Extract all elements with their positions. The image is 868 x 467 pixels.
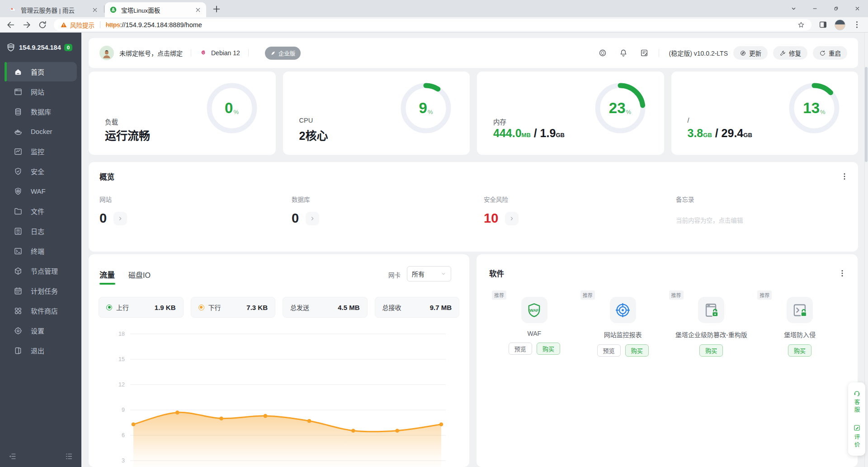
restart-button[interactable]: 重启 [813, 46, 847, 60]
stat-card: / 3.8GB / 29.4GB 13% [671, 71, 859, 155]
new-tab-button[interactable] [212, 4, 222, 14]
update-button[interactable]: 更新 [733, 46, 768, 60]
bookmark-star-icon[interactable] [797, 21, 805, 29]
tab-search-icon[interactable] [783, 0, 804, 17]
collapse-sidebar-icon[interactable] [8, 452, 17, 461]
buy-button[interactable]: 购买 [537, 343, 560, 355]
sidebar-item-node[interactable]: 节点管理 [5, 261, 77, 281]
preview-button[interactable]: 预览 [509, 343, 532, 355]
intrusion-icon[interactable] [787, 297, 813, 323]
active-tab-underline [99, 283, 115, 285]
sidebar-menu: 首页 网站 数据库 Docker 监控 安全 WAF 文件 日志 终端 节点管理 [5, 62, 77, 361]
sidebar-item-site[interactable]: 网站 [5, 82, 77, 101]
risk-warning[interactable]: 风险提示 [60, 20, 94, 29]
server-ip: 154.9.254.184 [19, 44, 61, 51]
sidebar-item-label: 安全 [31, 167, 44, 176]
sidebar-item-terminal[interactable]: 终端 [5, 241, 77, 261]
tab-close-icon[interactable] [194, 6, 202, 14]
overview-go-button[interactable] [306, 212, 319, 225]
sidebar-item-label: 计划任务 [31, 286, 58, 295]
preview-button[interactable]: 预览 [597, 344, 621, 357]
feedback-button[interactable]: 评价 [853, 424, 861, 449]
overview-menu-icon[interactable] [840, 172, 849, 181]
stat-card-value: 运行流畅 [105, 127, 150, 143]
software-item: 推荐 网站监控报表 预览购买 [579, 282, 667, 357]
tab-traffic[interactable]: 流量 [99, 269, 115, 280]
menu-list-icon[interactable] [65, 452, 73, 461]
recommend-tag: 推荐 [492, 291, 506, 300]
risk-warning-label: 风险提示 [70, 20, 94, 29]
overview-item-label: 备忘录 [676, 195, 743, 204]
gauge-percent: 9 [419, 100, 427, 117]
wafapp-icon[interactable]: WAF [521, 297, 547, 323]
browser-profile-avatar[interactable] [835, 19, 845, 30]
sidebar-item-label: 退出 [31, 346, 44, 355]
minimize-button[interactable] [804, 0, 826, 17]
sidebar-item-safety[interactable]: 安全 [5, 162, 77, 181]
account-avatar[interactable] [99, 46, 114, 60]
reload-button[interactable] [38, 20, 47, 30]
scrollbar-thumb[interactable] [865, 67, 868, 162]
sidebar-item-home[interactable]: 首页 [5, 62, 77, 81]
svg-text:12: 12 [118, 381, 125, 388]
memo-placeholder[interactable]: 当前内容为空，点击编辑 [676, 215, 743, 224]
recommend-tag: 推荐 [580, 291, 595, 300]
browser-menu-icon[interactable] [852, 20, 862, 29]
overview-item-label: 数据库 [292, 195, 319, 204]
target-icon[interactable] [610, 297, 636, 323]
stat-card-label: CPU [299, 117, 313, 124]
waf-icon [14, 187, 23, 196]
tab-disk-io[interactable]: 磁盘IO [128, 269, 151, 280]
tab-separator [104, 5, 104, 13]
tab-close-icon[interactable] [91, 6, 99, 14]
traffic-stat-pill: 上行 1.9 KB [99, 297, 184, 318]
forward-button[interactable] [22, 20, 32, 30]
overview-go-button[interactable] [113, 212, 127, 225]
docker-icon [14, 127, 23, 136]
sidebar-item-file[interactable]: 文件 [5, 201, 77, 221]
browser-tab-inactive[interactable]: 管理云服务器 | 雨云 [5, 2, 103, 17]
restart-label: 重启 [829, 48, 841, 57]
sidebar-item-database[interactable]: 数据库 [5, 102, 77, 121]
customer-service-button[interactable]: 客服 [853, 389, 861, 414]
sidebar-item-waf[interactable]: WAF [5, 181, 77, 201]
overview-item-value: 0 [292, 211, 299, 226]
buy-button[interactable]: 购买 [699, 344, 723, 357]
nic-select[interactable]: 所有 [407, 266, 451, 281]
sidebar-item-exit[interactable]: 退出 [5, 341, 77, 360]
svg-text:9: 9 [122, 407, 125, 413]
overview-go-button[interactable] [505, 212, 519, 225]
sidebar-item-setting[interactable]: 设置 [5, 321, 77, 340]
tamper-icon[interactable] [698, 297, 724, 323]
overview-item: 数据库 0 [292, 195, 319, 226]
bind-account-link[interactable]: 未绑定帐号，点击绑定 [119, 48, 183, 57]
sidebar-item-label: 文件 [31, 206, 44, 216]
restore-button[interactable] [826, 0, 847, 17]
os-name: Debian 12 [211, 49, 240, 57]
software-menu-icon[interactable] [838, 269, 847, 278]
buy-button[interactable]: 购买 [625, 344, 649, 357]
notification-bell-icon[interactable] [619, 48, 628, 57]
software-card: 软件 推荐 WAF WAF 预览购买 推荐 网站监控报表 预览购买 推荐 堡塔企… [476, 254, 858, 467]
theme-palette-icon[interactable] [598, 48, 607, 57]
buy-button[interactable]: 购买 [788, 344, 811, 357]
address-bar[interactable]: 风险提示 https ://154.9.254.184:8889/home [54, 19, 811, 31]
repair-button[interactable]: 修复 [773, 46, 807, 60]
traffic-stat-label: 下行 [208, 303, 221, 312]
update-label: 更新 [749, 48, 761, 57]
svg-text:15: 15 [118, 356, 125, 362]
url-scheme: https [106, 21, 120, 29]
customer-service-label: 客服 [853, 399, 861, 414]
back-button[interactable] [6, 20, 16, 30]
terminal-icon [14, 247, 23, 256]
notes-icon[interactable] [640, 48, 649, 57]
browser-tab-active[interactable]: 宝塔Linux面板 [105, 2, 206, 17]
log-icon [14, 227, 23, 236]
close-window-button[interactable] [847, 0, 868, 17]
sidebar-item-monitor[interactable]: 监控 [5, 142, 77, 161]
sidebar-item-log[interactable]: 日志 [5, 221, 77, 241]
sidebar-item-store[interactable]: 软件商店 [5, 301, 77, 320]
sidebar-item-cron[interactable]: 计划任务 [5, 281, 77, 300]
side-panel-icon[interactable] [818, 20, 828, 29]
sidebar-item-docker[interactable]: Docker [5, 122, 77, 141]
